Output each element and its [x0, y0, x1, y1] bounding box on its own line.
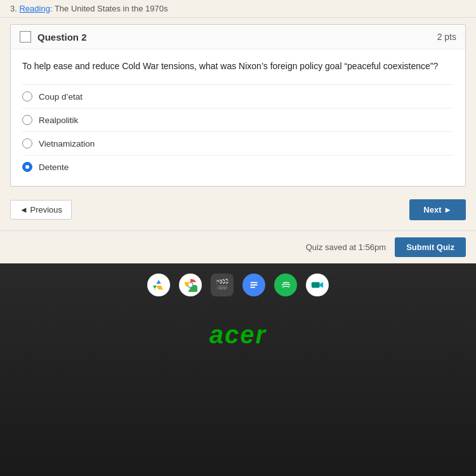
answer-label-opt3: Vietnamization: [39, 139, 95, 149]
next-button[interactable]: Next ►: [409, 199, 466, 220]
screen: 3. Reading: The United States in the 197…: [0, 0, 476, 476]
radio-opt4: [22, 162, 32, 172]
nav-bar: ◄ Previous Next ►: [0, 193, 476, 227]
taskbar: 🎬: [147, 268, 329, 301]
question-title: Question 2: [37, 32, 87, 43]
taskbar-icon-meet[interactable]: [306, 274, 329, 296]
answer-option-4[interactable]: Detente: [22, 155, 454, 178]
radio-opt2: [22, 115, 32, 125]
taskbar-icon-spotify[interactable]: [274, 274, 297, 296]
breadcrumb-link[interactable]: Reading: [19, 4, 50, 13]
question-text: To help ease and reduce Cold War tension…: [22, 60, 454, 73]
acer-logo: acer: [209, 321, 267, 349]
laptop-bottom: 🎬: [0, 263, 476, 476]
answer-option-1[interactable]: Coup d’etat: [22, 84, 454, 108]
radio-opt1: [22, 91, 32, 102]
breadcrumb-subtitle: : The United States in the 1970s: [50, 4, 168, 13]
breadcrumb-item3-number: 3.: [10, 4, 17, 13]
taskbar-icon-gdrive[interactable]: [147, 274, 170, 296]
question-card: Question 2 2 pts To help ease and reduce…: [10, 24, 466, 187]
answer-label-opt2: Realpolitik: [39, 116, 78, 125]
question-points: 2 pts: [437, 32, 456, 42]
previous-button[interactable]: ◄ Previous: [10, 200, 72, 220]
submit-bar: Quiz saved at 1:56pm Submit Quiz: [0, 230, 476, 263]
taskbar-icon-film[interactable]: 🎬: [211, 274, 234, 296]
svg-rect-4: [251, 284, 258, 286]
answer-label-opt1: Coup d’etat: [39, 92, 83, 102]
taskbar-icon-files[interactable]: [242, 274, 265, 296]
svg-point-1: [188, 283, 192, 287]
svg-marker-8: [320, 282, 324, 288]
question-body: To help ease and reduce Cold War tension…: [11, 50, 465, 186]
answer-label-opt4: Detente: [39, 162, 69, 172]
breadcrumb: 3. Reading: The United States in the 197…: [0, 0, 476, 18]
radio-opt3: [22, 138, 32, 149]
quiz-area: 3. Reading: The United States in the 197…: [0, 0, 476, 263]
question-header-left: Question 2: [20, 31, 87, 43]
answer-options: Coup d’etatRealpolitikVietnamizationDete…: [22, 84, 454, 178]
answer-option-3[interactable]: Vietnamization: [22, 131, 454, 155]
submit-quiz-button[interactable]: Submit Quiz: [395, 237, 466, 257]
taskbar-icon-chrome[interactable]: [179, 274, 202, 296]
svg-rect-7: [312, 282, 320, 288]
svg-rect-5: [251, 287, 255, 288]
question-checkbox-icon: [20, 31, 31, 43]
svg-point-6: [279, 278, 293, 292]
quiz-saved-text: Quiz saved at 1:56pm: [306, 242, 386, 252]
svg-rect-3: [251, 282, 258, 283]
answer-option-2[interactable]: Realpolitik: [22, 108, 454, 131]
question-header: Question 2 2 pts: [11, 25, 465, 50]
